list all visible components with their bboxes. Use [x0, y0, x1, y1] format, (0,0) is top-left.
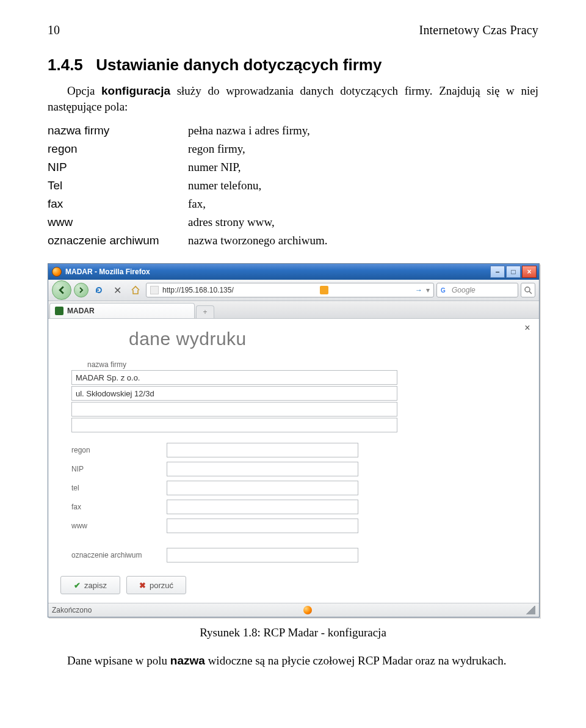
- running-title: Internetowy Czas Pracy: [419, 23, 538, 37]
- firefox-window: MADAR - Mozilla Firefox – □ ×: [48, 263, 540, 617]
- running-head: 10 Internetowy Czas Pracy: [48, 23, 538, 37]
- home-button[interactable]: [128, 282, 143, 298]
- label-www: www: [71, 522, 163, 530]
- bold-konfiguracja: konfiguracja: [101, 84, 170, 97]
- label-fax: fax: [71, 503, 163, 511]
- svg-text:G: G: [441, 287, 446, 294]
- definition-desc: pełna nazwa i adres firmy,: [188, 122, 333, 140]
- forward-button[interactable]: [74, 283, 89, 297]
- window-maximize-button[interactable]: □: [506, 266, 521, 278]
- svg-line-3: [529, 291, 532, 294]
- resize-grip[interactable]: [526, 606, 535, 614]
- input-line3[interactable]: [71, 402, 397, 417]
- closing-paragraph: Dane wpisane w polu nazwa widoczne są na…: [48, 653, 538, 669]
- window-title: MADAR - Mozilla Firefox: [65, 268, 150, 276]
- status-text: Zakończono: [52, 606, 92, 614]
- svg-point-2: [525, 287, 530, 292]
- definition-row: oznaczenie archiwumnazwa tworzonego arch…: [48, 231, 333, 250]
- input-adres[interactable]: [71, 386, 397, 401]
- definition-desc: adres strony www,: [188, 213, 333, 231]
- page-content: × dane wydruku nazwa firmy regonNIPtelfa…: [48, 319, 539, 603]
- definition-row: wwwadres strony www,: [48, 213, 333, 231]
- search-box[interactable]: G Google: [436, 283, 518, 297]
- row-www: www: [71, 517, 532, 534]
- cancel-button[interactable]: ✖ porzuć: [126, 576, 186, 594]
- figure: MADAR - Mozilla Firefox – □ ×: [48, 263, 538, 639]
- page-number: 10: [48, 23, 60, 37]
- row-fax: fax: [71, 498, 532, 515]
- label-nazwa-firmy: nazwa firmy: [87, 360, 532, 369]
- url-bar[interactable]: http://195.168.10.135/ → ▾: [146, 283, 434, 297]
- window-close-button[interactable]: ×: [522, 266, 537, 278]
- window-titlebar: MADAR - Mozilla Firefox – □ ×: [48, 264, 539, 280]
- row-nip: NIP: [71, 460, 532, 478]
- definition-desc: numer telefonu,: [188, 177, 333, 195]
- dropdown-icon[interactable]: ▾: [426, 286, 430, 294]
- label-archiwum: oznaczenie archiwum: [71, 551, 163, 559]
- new-tab-button[interactable]: +: [196, 305, 214, 318]
- check-icon: ✔: [74, 581, 81, 590]
- definition-term: fax: [48, 195, 188, 213]
- bold-nazwa: nazwa: [170, 654, 205, 667]
- input-fax[interactable]: [167, 500, 358, 514]
- tab-title: MADAR: [67, 307, 95, 315]
- definition-term: nazwa firmy: [48, 122, 188, 140]
- section-heading: 1.4.5 Ustawianie danych dotyczących firm…: [48, 56, 538, 75]
- label-nip: NIP: [71, 465, 163, 473]
- back-button[interactable]: [52, 280, 71, 300]
- url-text: http://195.168.10.135/: [162, 286, 234, 294]
- input-tel[interactable]: [167, 481, 358, 495]
- firefox-icon: [52, 267, 62, 277]
- definition-desc: regon firmy,: [188, 140, 333, 158]
- section-title: Ustawianie danych dotyczących firmy: [96, 56, 382, 74]
- cancel-icon: ✖: [139, 581, 146, 590]
- search-button[interactable]: [521, 283, 535, 297]
- definition-term: regon: [48, 140, 188, 158]
- intro-paragraph: Opcja konfiguracja służy do wprowadzania…: [48, 83, 538, 114]
- stop-button[interactable]: ✕: [109, 282, 125, 298]
- firefox-status-icon: [303, 606, 312, 614]
- reload-button[interactable]: [91, 282, 107, 298]
- window-minimize-button[interactable]: –: [490, 266, 505, 278]
- input-archiwum[interactable]: [167, 548, 358, 562]
- status-bar: Zakończono: [48, 603, 539, 617]
- dialog-close-button[interactable]: ×: [522, 322, 533, 333]
- definition-term: www: [48, 213, 188, 231]
- label-tel: tel: [71, 484, 163, 492]
- definition-row: regonregon firmy,: [48, 140, 333, 158]
- row-regon: regon: [71, 442, 532, 459]
- google-icon: G: [441, 286, 448, 294]
- save-button[interactable]: ✔ zapisz: [60, 576, 120, 594]
- definition-desc: fax,: [188, 195, 333, 213]
- row-archiwum: oznaczenie archiwum: [71, 547, 532, 564]
- definition-list: nazwa firmypełna nazwa i adres firmy,reg…: [48, 122, 333, 250]
- input-line4[interactable]: [71, 418, 397, 432]
- input-regon[interactable]: [167, 443, 358, 457]
- definition-term: Tel: [48, 177, 188, 195]
- definition-desc: numer NIP,: [188, 158, 333, 177]
- definition-row: nazwa firmypełna nazwa i adres firmy,: [48, 122, 333, 140]
- tab-favicon: [55, 307, 63, 315]
- tab-strip: MADAR +: [48, 301, 539, 319]
- page-identity-icon: [150, 286, 159, 294]
- nav-toolbar: ✕ http://195.168.10.135/ → ▾ G Google: [48, 280, 539, 301]
- label-regon: regon: [71, 446, 163, 454]
- search-placeholder: Google: [452, 286, 476, 294]
- tab-madar[interactable]: MADAR: [49, 303, 195, 318]
- definition-row: Telnumer telefonu,: [48, 177, 333, 195]
- figure-caption: Rysunek 1.8: RCP Madar - konfiguracja: [48, 626, 538, 639]
- input-nazwa-firmy[interactable]: [71, 370, 397, 385]
- input-nip[interactable]: [167, 462, 358, 476]
- definition-desc: nazwa tworzonego archiwum.: [188, 231, 333, 250]
- definition-row: faxfax,: [48, 195, 333, 213]
- definition-row: NIPnumer NIP,: [48, 158, 333, 177]
- definition-term: NIP: [48, 158, 188, 177]
- definition-term: oznaczenie archiwum: [48, 231, 188, 250]
- row-tel: tel: [71, 479, 532, 497]
- section-number: 1.4.5: [48, 56, 92, 75]
- rss-icon[interactable]: [320, 286, 328, 294]
- go-button[interactable]: →: [415, 286, 422, 294]
- input-www[interactable]: [167, 519, 358, 533]
- form-heading: dane wydruku: [129, 329, 532, 349]
